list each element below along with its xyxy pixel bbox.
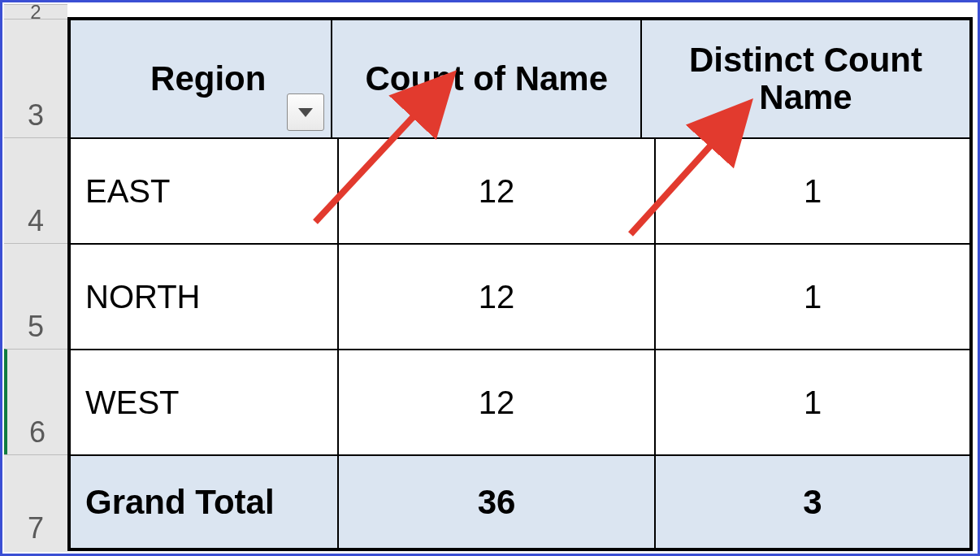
pivot-header-region[interactable]: Region: [70, 20, 332, 138]
cell-value: 12: [479, 279, 515, 315]
cell-distinct[interactable]: 1: [655, 244, 970, 350]
cell-count[interactable]: 12: [338, 350, 655, 455]
row-header-label: 3: [28, 98, 44, 132]
cell-region[interactable]: WEST: [70, 350, 338, 455]
cell-total-label[interactable]: Grand Total: [70, 455, 338, 549]
pivot-header-distinct[interactable]: Distinct Count Name: [641, 20, 970, 138]
cell-region[interactable]: NORTH: [70, 244, 338, 350]
cell-distinct[interactable]: 1: [655, 138, 970, 244]
pivot-table: Region Count of Name Distinct Count Name…: [67, 17, 973, 551]
cell-value: 36: [478, 483, 516, 522]
filter-dropdown-button[interactable]: [287, 93, 324, 131]
column-label: Region: [150, 59, 266, 98]
cell-value: 3: [803, 483, 822, 522]
row-header-gutter: 2 3 4 5 6 7: [4, 4, 67, 552]
pivot-header-count[interactable]: Count of Name: [332, 20, 641, 138]
column-label: Distinct Count Name: [642, 41, 969, 116]
cell-count[interactable]: 12: [338, 244, 655, 350]
row-header-6[interactable]: 6: [4, 349, 67, 454]
table-row: EAST 12 1: [70, 138, 970, 244]
cell-value: EAST: [85, 173, 170, 210]
cell-total-distinct[interactable]: 3: [655, 455, 970, 549]
cell-value: NORTH: [85, 279, 200, 315]
chevron-down-icon: [297, 106, 314, 118]
grand-total-row: Grand Total 36 3: [70, 455, 970, 549]
svg-marker-0: [298, 108, 313, 117]
column-label: Count of Name: [365, 59, 608, 98]
row-header-label: 7: [28, 511, 44, 545]
pivot-header-row: Region Count of Name Distinct Count Name: [70, 20, 970, 138]
cell-count[interactable]: 12: [338, 138, 655, 244]
row-header-7[interactable]: 7: [4, 454, 67, 550]
row-header-4[interactable]: 4: [4, 137, 67, 243]
row-header-2[interactable]: 2: [4, 4, 67, 19]
row-header-3[interactable]: 3: [4, 19, 67, 137]
table-row: NORTH 12 1: [70, 244, 970, 350]
cell-value: WEST: [85, 384, 180, 421]
row-header-5[interactable]: 5: [4, 243, 67, 349]
cell-total-count[interactable]: 36: [338, 455, 655, 549]
cell-value: 1: [804, 173, 822, 210]
cell-value: 12: [479, 173, 515, 210]
screenshot-frame: 2 3 4 5 6 7 Region Count of Name Distinc…: [0, 0, 980, 556]
cell-distinct[interactable]: 1: [655, 350, 970, 455]
cell-value: Grand Total: [85, 483, 275, 522]
row-header-label: 6: [29, 415, 46, 450]
cell-value: 1: [804, 279, 822, 315]
row-header-label: 5: [28, 310, 44, 344]
table-row: WEST 12 1: [70, 350, 970, 455]
row-header-label: 4: [28, 204, 44, 238]
cell-region[interactable]: EAST: [70, 138, 338, 244]
cell-value: 12: [479, 384, 515, 421]
cell-value: 1: [804, 384, 822, 421]
